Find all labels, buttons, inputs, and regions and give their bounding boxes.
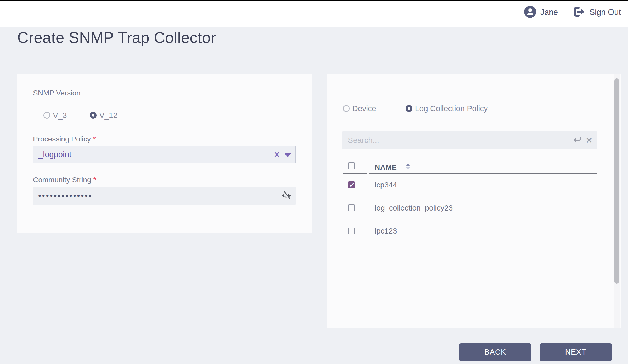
footer-divider <box>16 328 628 328</box>
processing-policy-label: Processing Policy* <box>33 135 96 143</box>
search-placeholder: Search... <box>348 131 379 149</box>
radio-option-device[interactable]: Device <box>343 104 376 113</box>
column-header-name[interactable]: NAME <box>375 163 397 172</box>
radio-option-log-collection-policy[interactable]: Log Collection Policy <box>406 104 488 113</box>
radio-label: V_12 <box>99 111 117 120</box>
select-all-checkbox[interactable] <box>348 162 355 169</box>
radio-label: Device <box>352 104 376 113</box>
community-string-label: Community String* <box>33 176 96 184</box>
table-header-row: NAME <box>342 157 597 173</box>
radio-option-v12[interactable]: V_12 <box>90 111 117 120</box>
clear-search-icon[interactable]: ✕ <box>586 136 592 145</box>
user-avatar-icon <box>524 6 536 19</box>
table-row[interactable]: log_collection_policy23 <box>342 196 597 219</box>
sort-icon[interactable] <box>406 164 411 170</box>
scrollbar-thumb[interactable] <box>614 78 619 284</box>
app-root: Jane Sign Out Create SNMP Trap Collector… <box>0 0 628 364</box>
row-name: lcp344 <box>375 173 397 196</box>
chevron-down-icon[interactable] <box>284 153 291 157</box>
search-action-icons: ✕ <box>573 131 592 149</box>
user-name: Jane <box>540 8 558 17</box>
radio-circle-icon <box>343 105 350 112</box>
radio-label: V_3 <box>53 111 67 120</box>
header-right-group: Jane Sign Out <box>524 2 621 22</box>
snmp-version-label: SNMP Version <box>33 89 81 97</box>
required-asterisk: * <box>93 135 96 143</box>
enter-search-icon[interactable] <box>573 136 582 145</box>
snmp-settings-panel: SNMP Version V_3 V_12 Processing Policy*… <box>17 74 312 233</box>
page-title: Create SNMP Trap Collector <box>17 29 216 47</box>
user-menu[interactable]: Jane <box>524 6 558 19</box>
masked-password-value: •••••••••••••• <box>38 187 93 205</box>
target-selection-panel: Device Log Collection Policy Search... ✕ <box>327 74 621 328</box>
row-name: lpc123 <box>375 219 397 242</box>
sort-desc-icon <box>406 167 410 170</box>
processing-policy-select[interactable]: _logpoint ✕ <box>33 146 296 163</box>
snmp-version-radio-group: V_3 V_12 <box>43 111 117 120</box>
next-button[interactable]: NEXT <box>540 343 612 361</box>
community-string-input[interactable]: •••••••••••••• <box>33 187 296 205</box>
sign-out-label: Sign Out <box>589 8 621 17</box>
back-button[interactable]: BACK <box>459 343 531 361</box>
sign-out-button[interactable]: Sign Out <box>574 7 621 18</box>
table-row[interactable]: lcp344 <box>342 173 597 196</box>
scrollbar-track[interactable] <box>614 74 620 328</box>
processing-policy-value: _logpoint <box>38 146 71 163</box>
radio-circle-icon <box>43 112 50 119</box>
sign-out-icon <box>574 7 585 18</box>
sort-asc-icon <box>406 164 410 166</box>
target-type-radio-group: Device Log Collection Policy <box>343 104 488 113</box>
policy-table: NAME lcp344 log_collection_policy23 lpc1… <box>342 157 597 242</box>
radio-circle-icon <box>90 112 97 119</box>
search-input[interactable]: Search... ✕ <box>342 131 597 149</box>
header-bar: Jane Sign Out <box>0 1 628 27</box>
row-name: log_collection_policy23 <box>375 196 453 219</box>
required-asterisk: * <box>93 176 96 184</box>
row-checkbox[interactable] <box>348 204 355 211</box>
row-checkbox[interactable] <box>348 228 355 234</box>
radio-label: Log Collection Policy <box>415 104 488 113</box>
table-row[interactable]: lpc123 <box>342 219 597 242</box>
clear-selection-icon[interactable]: ✕ <box>274 146 280 163</box>
radio-circle-icon <box>406 105 412 112</box>
eye-off-icon[interactable] <box>281 191 291 201</box>
radio-option-v3[interactable]: V_3 <box>43 111 67 120</box>
row-checkbox[interactable] <box>348 181 355 188</box>
